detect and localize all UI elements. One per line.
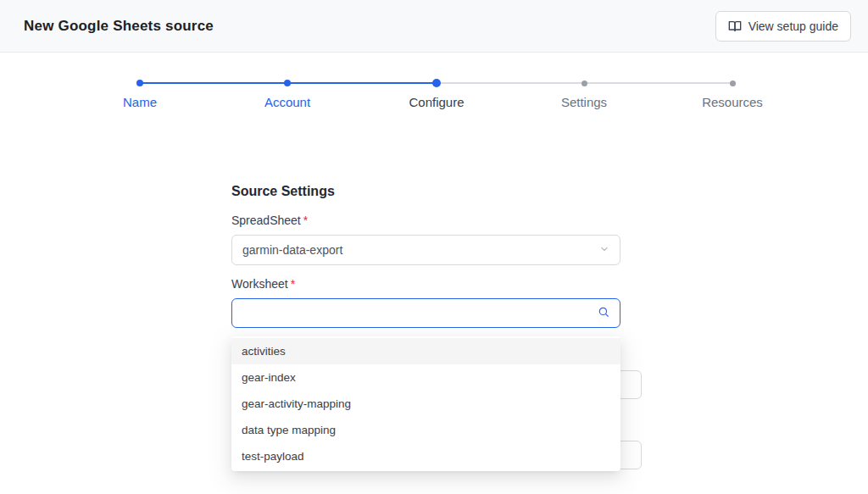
worksheet-label-text: Worksheet [231,277,288,291]
spreadsheet-label-text: SpreadSheet [231,214,301,227]
chevron-down-icon [599,243,609,257]
stepper-connector-2 [287,82,437,84]
step-name[interactable]: Name [68,95,212,109]
worksheet-label: Worksheet* [231,277,295,291]
option-activities[interactable]: activities [231,338,620,364]
spreadsheet-required-marker: * [303,214,308,227]
worksheet-required-marker: * [291,277,295,291]
search-icon [598,306,609,321]
option-gear-activity-mapping[interactable]: gear-activity-mapping [231,391,620,417]
step-dot-settings [581,80,587,86]
progress-stepper: Name Account Configure Settings Resource… [0,0,868,119]
step-dot-name [136,80,143,86]
worksheet-search-field [231,298,620,328]
spreadsheet-label: SpreadSheet* [231,214,308,227]
stepper-connector-4 [584,82,732,84]
option-test-payload[interactable]: test-payload [231,443,620,469]
step-dot-configure [432,79,441,87]
option-gear-index[interactable]: gear-index [231,364,620,391]
step-dot-resources [730,80,736,86]
step-dot-account [284,80,291,86]
stepper-connector-1 [140,82,287,84]
option-data-type-mapping[interactable]: data type mapping [231,417,620,443]
spreadsheet-select[interactable]: garmin-data-export [231,235,620,265]
spreadsheet-select-value: garmin-data-export [242,243,342,257]
worksheet-search-input[interactable] [242,307,598,320]
step-configure[interactable]: Configure [364,95,509,109]
new-source-page: New Google Sheets source View setup guid… [0,0,868,494]
step-settings: Settings [512,95,656,109]
step-account[interactable]: Account [215,95,359,109]
section-title: Source Settings [231,184,335,199]
stepper-connector-3 [437,82,584,84]
worksheet-options-dropdown: activities gear-index gear-activity-mapp… [231,336,620,471]
step-resources: Resources [660,95,804,109]
